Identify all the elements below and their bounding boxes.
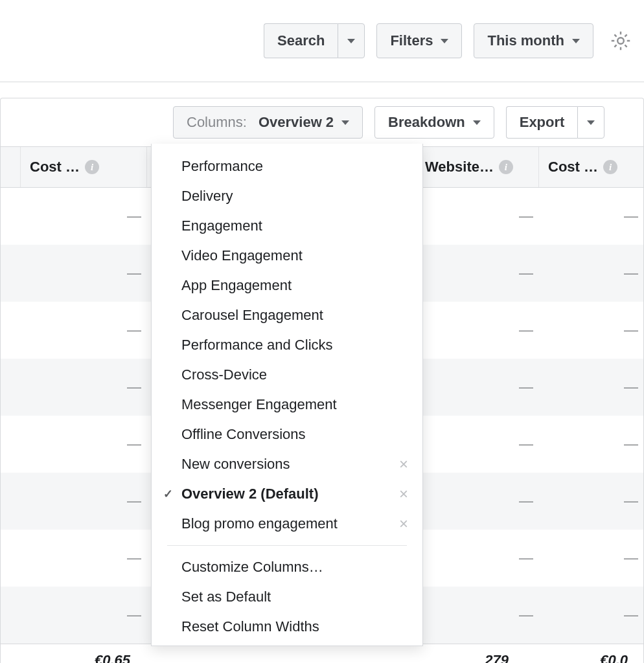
cell-cost1: — [32,379,158,396]
breakdown-button[interactable]: Breakdown [374,106,494,139]
columns-prefix: Columns: [187,114,247,131]
columns-menu-item[interactable]: App Engagement [152,271,422,300]
cell-website: — [427,208,550,225]
menu-item-label: Carousel Engagement [181,307,323,324]
cell-website: — [427,436,550,453]
cell-cost1: — [32,493,158,510]
search-dropdown-toggle[interactable] [338,23,365,58]
svg-point-0 [617,38,624,44]
columns-value: Overview 2 [259,114,334,131]
menu-divider [167,545,407,546]
cell-cost1: — [32,607,158,624]
caret-down-icon [347,39,355,43]
columns-menu-footer-item[interactable]: Set as Default [152,582,422,612]
columns-menu-item[interactable]: ✓Overview 2 (Default)× [152,479,422,509]
daterange-button[interactable]: This month [474,23,593,58]
table-header-label: Cost … [30,159,80,175]
table-header-spacer [1,147,20,187]
menu-item-label: Customize Columns… [181,559,323,576]
columns-menu-item[interactable]: Engagement [152,211,422,241]
columns-menu-item[interactable]: Video Engagement [152,241,422,271]
columns-menu-item[interactable]: Delivery [152,181,422,211]
cell-website: — [427,379,550,396]
menu-item-label: Set as Default [181,589,271,605]
columns-menu-item[interactable]: Offline Conversions [152,420,422,449]
menu-item-label: New conversions [181,456,290,473]
cell-cost2: — [550,436,644,453]
filters-button-label: Filters [390,32,433,49]
info-icon[interactable]: i [603,160,617,174]
caret-down-icon [572,39,580,43]
export-label: Export [520,114,565,131]
table-header-label: Cost … [548,159,598,175]
menu-item-label: Video Engagement [181,247,303,264]
remove-icon[interactable]: × [399,485,408,503]
cell-cost2: — [550,208,644,225]
menu-item-label: Delivery [181,188,233,205]
columns-menu-item[interactable]: Performance [152,152,422,181]
remove-icon[interactable]: × [399,515,408,533]
cell-website: — [427,265,550,282]
info-icon[interactable]: i [499,160,513,174]
export-button[interactable]: Export [506,106,578,139]
caret-down-icon [441,39,448,43]
columns-dropdown-button[interactable]: Columns: Overview 2 [173,106,363,139]
cell-cost1: — [32,208,158,225]
columns-menu-item[interactable]: Blog promo engagement× [152,509,422,539]
cell-cost2: — [550,493,644,510]
menu-item-label: Offline Conversions [181,426,306,443]
columns-menu-footer-item[interactable]: Customize Columns… [152,552,422,582]
cell-cost2: — [550,607,644,624]
table-summary-row: €0.65 279 €0.0 [1,644,643,663]
menu-item-label: Performance [181,158,263,175]
cell-website: — [427,550,550,567]
summary-cost1: €0.65 [16,652,146,664]
columns-menu-item[interactable]: Performance and Clicks [152,330,422,360]
columns-menu-item[interactable]: Messenger Engagement [152,390,422,420]
export-dropdown-toggle[interactable] [577,106,604,139]
columns-dropdown-menu: PerformanceDeliveryEngagementVideo Engag… [151,144,423,646]
menu-item-label: Blog promo engagement [181,515,338,532]
table-header-cost1[interactable]: Cost … i [20,147,146,187]
breakdown-label: Breakdown [388,114,465,131]
menu-item-label: Engagement [181,218,262,234]
table-header-website[interactable]: Website… i [415,147,538,187]
columns-menu-footer-item[interactable]: Reset Column Widths [152,612,422,642]
menu-item-label: App Engagement [181,277,292,294]
cell-website: — [427,493,550,510]
cell-cost1: — [32,436,158,453]
cell-website: — [427,607,550,624]
menu-item-label: Overview 2 (Default) [181,486,319,502]
search-split-button: Search [264,23,365,58]
filters-button[interactable]: Filters [376,23,462,58]
cell-cost2: — [550,379,644,396]
table-header-cost2[interactable]: Cost … i [538,147,643,187]
cell-cost2: — [550,322,644,339]
cell-cost1: — [32,265,158,282]
search-button-label: Search [277,32,325,49]
columns-menu-item[interactable]: New conversions× [152,449,422,479]
summary-website: 279 [401,652,524,664]
search-button[interactable]: Search [264,23,338,58]
caret-down-icon [341,120,349,125]
cell-cost1: — [32,322,158,339]
info-icon[interactable]: i [85,160,99,174]
daterange-button-label: This month [487,32,564,49]
top-toolbar: Search Filters This month [0,0,644,82]
table-toolbar: Columns: Overview 2 Breakdown Export [0,98,644,146]
caret-down-icon [473,120,481,125]
check-icon: ✓ [163,487,173,501]
cell-website: — [427,322,550,339]
caret-down-icon [587,120,595,125]
menu-item-label: Cross-Device [181,366,267,383]
cell-cost1: — [32,550,158,567]
columns-menu-item[interactable]: Cross-Device [152,360,422,390]
remove-icon[interactable]: × [399,455,408,473]
menu-item-label: Reset Column Widths [181,618,319,635]
summary-cost2: €0.0 [524,652,628,664]
settings-gear-icon[interactable] [609,29,632,52]
menu-item-label: Messenger Engagement [181,396,337,413]
cell-cost2: — [550,265,644,282]
columns-menu-item[interactable]: Carousel Engagement [152,300,422,330]
export-split-button: Export [506,106,605,139]
